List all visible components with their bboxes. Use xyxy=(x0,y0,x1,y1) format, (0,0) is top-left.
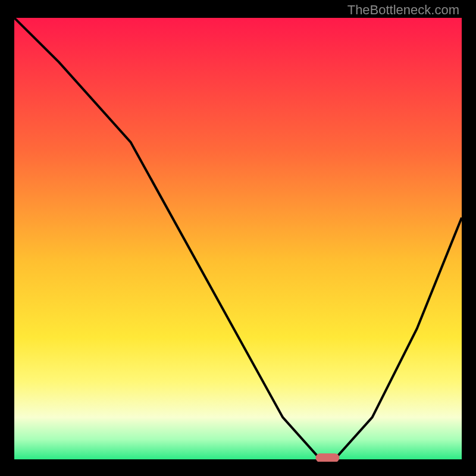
chart-svg xyxy=(14,18,462,462)
chart-container xyxy=(14,18,462,462)
gradient-background xyxy=(14,18,462,462)
watermark-text: TheBottleneck.com xyxy=(347,2,459,18)
optimal-marker xyxy=(315,453,339,462)
